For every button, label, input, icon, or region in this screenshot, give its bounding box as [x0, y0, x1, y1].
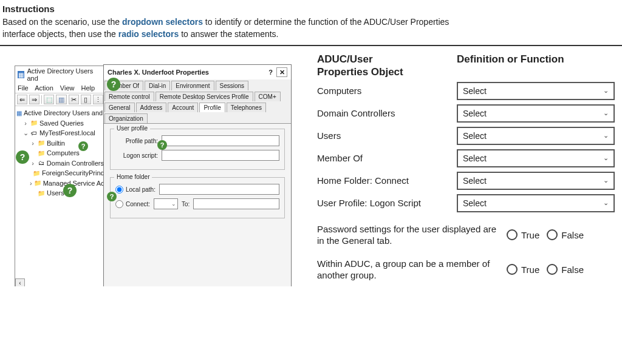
toolbar-cut-icon[interactable]: ✂ [69, 95, 79, 104]
chevron-down-icon: ⌄ [603, 109, 609, 117]
drive-letter-select[interactable]: ⌄ [154, 198, 178, 209]
tab-dialin[interactable]: Dial-in [145, 81, 170, 90]
to-label: To: [182, 201, 190, 207]
home-folder-group: Home folder Local path: Connect: ⌄ To: [110, 177, 285, 218]
dialog-title: Charles X. Underfoot Properties [108, 69, 209, 76]
menu-action[interactable]: Action [35, 84, 53, 92]
aduc-toolbar: ⇐ ⇒ ⬚ ▥ ✂ ▯ ⋮ [15, 93, 105, 106]
tab-general[interactable]: General [104, 103, 135, 112]
chevron-down-icon: ⌄ [603, 177, 609, 184]
tab-com[interactable]: COM+ [255, 92, 281, 101]
logon-script-label: Logon script: [115, 152, 158, 159]
tab-organization[interactable]: Organization [104, 113, 148, 123]
select-memberof[interactable]: Select⌄ [457, 149, 615, 167]
menu-view[interactable]: View [60, 84, 75, 92]
expand-icon[interactable]: › [30, 178, 32, 189]
tree-builtin[interactable]: Builtin [47, 138, 65, 149]
tab-account[interactable]: Account [168, 103, 198, 112]
chevron-down-icon: ⌄ [603, 132, 609, 140]
row-label-memberof: Member Of [317, 153, 457, 163]
tab-environment[interactable]: Environment [171, 81, 214, 90]
aduc-window: ▦ Active Directory Users and File Action… [15, 66, 106, 286]
instructions-heading: Instructions [2, 4, 620, 14]
user-profile-legend: User profile [114, 125, 150, 132]
folder-icon: 📁 [38, 140, 45, 147]
select-homefolder-connect[interactable]: Select⌄ [457, 172, 615, 190]
toolbar-fwd-icon[interactable]: ⇒ [29, 95, 39, 104]
row-label-dcs: Domain Controllers [317, 108, 457, 118]
folder-icon: 📁 [30, 120, 38, 127]
select-computers[interactable]: Select⌄ [457, 82, 615, 100]
expand-icon[interactable]: › [30, 138, 36, 149]
tree-root[interactable]: Active Directory Users and C [24, 108, 105, 118]
tree-saved-queries[interactable]: Saved Queries [39, 118, 84, 129]
menu-file[interactable]: File [18, 84, 29, 92]
tree-domain[interactable]: MyTestForest.local [39, 128, 95, 138]
tree-fsp[interactable]: ForeignSecurityPrinc [42, 168, 104, 178]
screenshot-area: ▦ Active Directory Users and File Action… [2, 53, 306, 281]
expand-icon[interactable]: › [22, 118, 29, 129]
local-path-input[interactable] [159, 184, 279, 195]
keyword-radio: radio selectors [118, 29, 179, 39]
select-dcs[interactable]: Select⌄ [457, 104, 615, 123]
aduc-tree[interactable]: ▦Active Directory Users and C ›📁Saved Qu… [15, 106, 105, 286]
logon-script-input[interactable] [162, 150, 279, 161]
menu-help[interactable]: Help [81, 84, 95, 92]
instructions-text: Based on the scenario, use the dropdown … [2, 16, 620, 40]
folder-icon: 📁 [38, 149, 45, 157]
stmt2-false-radio[interactable]: False [547, 264, 584, 275]
aduc-menubar[interactable]: File Action View Help [15, 83, 105, 93]
toolbar-back-icon[interactable]: ⇐ [17, 95, 27, 104]
stmt1-false-radio[interactable]: False [547, 229, 584, 240]
folder-icon: 📁 [33, 169, 40, 177]
select-users[interactable]: Select⌄ [457, 127, 615, 145]
local-path-label: Local path: [126, 186, 156, 193]
local-path-radio[interactable] [115, 186, 123, 194]
toolbar-up-icon[interactable]: ⬚ [44, 95, 54, 104]
tab-sessions[interactable]: Sessions [216, 81, 249, 90]
user-profile-group: User profile Profile path: Logon script: [110, 129, 285, 170]
toolbar-prop-icon[interactable]: ▯ [81, 95, 91, 104]
dialog-body: User profile Profile path: Logon script:… [104, 124, 291, 286]
stmt1-true-radio[interactable]: True [507, 229, 539, 240]
row-label-users: Users [317, 130, 457, 141]
quiz-panel: ADUC/UserProperties Object Definition or… [312, 53, 620, 281]
aduc-title: Active Directory Users and [27, 67, 103, 82]
help-icon[interactable]: ? [268, 69, 273, 76]
tab-rdsp[interactable]: Remote Desktop Services Profile [156, 92, 253, 101]
connect-path-input[interactable] [193, 198, 279, 209]
stmt2-true-radio[interactable]: True [507, 264, 539, 275]
tree-users[interactable]: Users [47, 188, 64, 198]
tab-remote-control[interactable]: Remote control [104, 92, 154, 101]
folder-icon: 📁 [38, 189, 45, 197]
toolbar-panel-icon[interactable]: ▥ [56, 95, 66, 104]
tab-telephones[interactable]: Telephones [227, 103, 266, 112]
column-header-object: ADUC/UserProperties Object [317, 53, 457, 78]
home-folder-legend: Home folder [114, 174, 152, 180]
dialog-titlebar: Charles X. Underfoot Properties ? ✕ [104, 65, 291, 79]
close-icon[interactable]: ✕ [276, 67, 287, 77]
tab-address[interactable]: Address [136, 103, 167, 112]
connect-radio[interactable] [115, 200, 123, 208]
dialog-tabs[interactable]: Member Of Dial-in Environment Sessions R… [104, 79, 291, 124]
column-header-definition: Definition or Function [457, 53, 615, 78]
chevron-down-icon: ⌄ [603, 154, 609, 162]
collapse-icon[interactable]: ⌄ [22, 128, 29, 138]
row-label-homefolder-connect: Home Folder: Connect [317, 175, 457, 186]
tab-profile[interactable]: Profile [199, 103, 225, 112]
tree-dcs[interactable]: Domain Controllers [47, 158, 104, 169]
chevron-down-icon: ⌄ [603, 199, 609, 207]
expand-icon[interactable]: › [30, 158, 36, 169]
connect-label: Connect: [126, 201, 150, 207]
chevron-down-icon: ⌄ [603, 87, 609, 95]
tree-computers[interactable]: Computers [47, 148, 80, 158]
aduc-titlebar: ▦ Active Directory Users and [15, 66, 105, 83]
scroll-left-icon[interactable]: ‹ [15, 278, 25, 286]
profile-path-input[interactable] [162, 135, 279, 146]
row-label-computers: Computers [317, 86, 457, 96]
instructions-panel: Instructions Based on the scenario, use … [0, 0, 622, 46]
toolbar-more-icon[interactable]: ⋮ [93, 95, 103, 104]
select-logon-script[interactable]: Select⌄ [457, 194, 615, 212]
keyword-dropdown: dropdown selectors [122, 17, 203, 27]
properties-dialog: Charles X. Underfoot Properties ? ✕ Memb… [103, 64, 292, 286]
